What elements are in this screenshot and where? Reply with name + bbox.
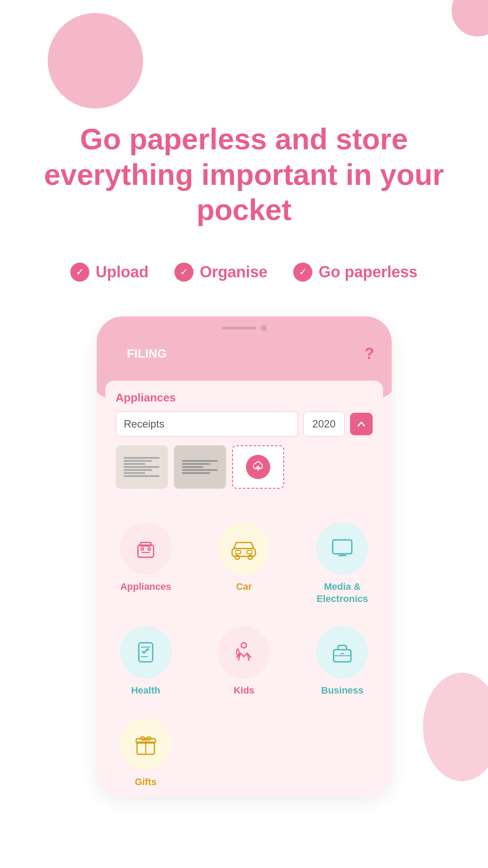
svg-rect-11 xyxy=(333,540,352,554)
health-label: Health xyxy=(131,684,160,697)
svg-rect-10 xyxy=(247,550,252,554)
svg-rect-14 xyxy=(139,643,153,662)
organise-check-icon: ✓ xyxy=(174,263,193,282)
car-icon xyxy=(229,536,258,561)
category-item-business[interactable]: Business xyxy=(293,614,392,706)
features-row: ✓ Upload ✓ Organise ✓ Go paperless xyxy=(0,245,488,308)
appliances-panel: Appliances 2020 xyxy=(105,381,383,502)
chevron-up-icon xyxy=(357,419,366,429)
receipt-thumbnail-2[interactable] xyxy=(174,445,226,489)
chevron-up-button[interactable] xyxy=(350,413,373,435)
kids-label: Kids xyxy=(234,684,255,697)
panel-controls: 2020 xyxy=(116,411,373,437)
svg-rect-9 xyxy=(236,550,241,554)
app-header: FILING ? xyxy=(97,335,392,376)
category-item-health[interactable]: Health xyxy=(97,614,195,706)
receipts-row xyxy=(116,445,373,489)
health-icon xyxy=(133,639,159,665)
gifts-label: Gifts xyxy=(135,776,157,789)
status-bar xyxy=(97,316,392,335)
car-label: Car xyxy=(236,581,252,593)
upload-button[interactable] xyxy=(232,445,284,489)
gifts-icon-circle xyxy=(120,718,172,770)
category-item-car[interactable]: Car xyxy=(195,510,293,614)
category-item-gifts[interactable]: Gifts xyxy=(97,706,195,797)
svg-point-17 xyxy=(241,643,246,648)
svg-point-3 xyxy=(141,548,144,550)
year-button[interactable]: 2020 xyxy=(303,411,344,437)
svg-point-8 xyxy=(248,555,252,559)
svg-point-4 xyxy=(148,548,151,550)
feature-paperless: ✓ Go paperless xyxy=(293,263,417,282)
filing-badge: FILING xyxy=(114,340,180,368)
svg-rect-1 xyxy=(138,545,154,557)
category-item-kids[interactable]: Kids xyxy=(195,614,293,706)
business-label: Business xyxy=(321,684,364,697)
monitor-icon xyxy=(329,536,355,562)
appliances-icon-circle xyxy=(120,523,172,575)
appliances-icon xyxy=(133,536,159,562)
media-electronics-label: Media & Electronics xyxy=(302,581,383,605)
car-icon-circle xyxy=(218,523,270,575)
paperless-check-icon: ✓ xyxy=(293,263,312,282)
receipt-thumbnail-1[interactable] xyxy=(116,445,168,489)
phone-frame: FILING ? Appliances 2020 xyxy=(97,316,392,797)
status-bar-line xyxy=(222,327,256,329)
hero-section: Go paperless and store everything import… xyxy=(0,0,488,245)
svg-point-7 xyxy=(235,555,239,559)
kids-icon xyxy=(231,639,257,665)
gifts-icon xyxy=(133,731,159,757)
status-bar-circle xyxy=(261,325,267,331)
organise-label: Organise xyxy=(200,263,267,281)
receipts-input[interactable] xyxy=(116,411,298,437)
business-icon-circle xyxy=(316,626,368,678)
category-item-appliances[interactable]: Appliances xyxy=(97,510,195,614)
svg-rect-2 xyxy=(141,542,151,546)
upload-label: Upload xyxy=(95,263,148,281)
help-button[interactable]: ? xyxy=(365,345,374,363)
category-grid: Appliances Car xyxy=(97,502,392,797)
hero-title: Go paperless and store everything import… xyxy=(35,122,453,228)
paperless-label: Go paperless xyxy=(318,263,417,281)
feature-upload: ✓ Upload xyxy=(70,263,148,282)
upload-check-icon: ✓ xyxy=(70,263,89,282)
appliances-label: Appliances xyxy=(120,581,171,593)
kids-icon-circle xyxy=(218,626,270,678)
media-icon-circle xyxy=(316,523,368,575)
mockup-wrapper: FILING ? Appliances 2020 xyxy=(0,308,488,823)
feature-organise: ✓ Organise xyxy=(174,263,267,282)
category-item-media-electronics[interactable]: Media & Electronics xyxy=(293,510,392,614)
business-icon xyxy=(329,639,355,665)
health-icon-circle xyxy=(120,626,172,678)
panel-category-title: Appliances xyxy=(116,391,373,404)
upload-cloud-icon xyxy=(246,455,270,479)
